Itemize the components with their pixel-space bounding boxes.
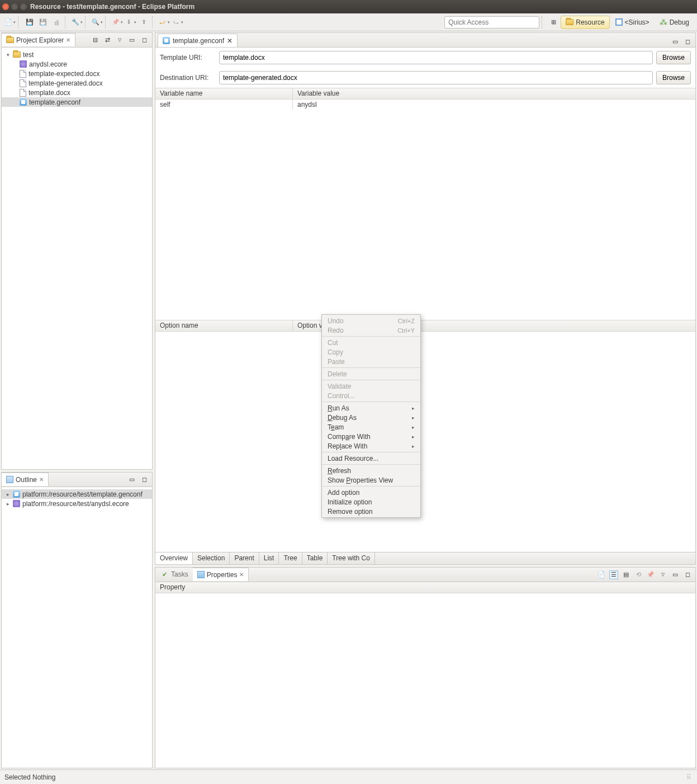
close-icon[interactable]: ✕ [39, 476, 44, 483]
tab-table[interactable]: Table [302, 552, 328, 564]
quick-access-input[interactable] [444, 16, 539, 29]
tree-root[interactable]: ▾ test [2, 50, 152, 59]
toolbar-separator [152, 16, 155, 29]
package-icon [13, 500, 20, 507]
outline-body[interactable]: ▸platform:/resource/test/template.gencon… [2, 487, 152, 768]
ctx-debug-as[interactable]: Debug As [322, 413, 420, 422]
tab-parent[interactable]: Parent [230, 552, 259, 564]
save-all-button[interactable]: 💾 [37, 16, 49, 29]
perspective-resource[interactable]: Resource [561, 16, 609, 29]
window-titlebar: Resource - test/template.genconf - Eclip… [0, 0, 697, 13]
next-annotation-button[interactable]: ⬇▾ [124, 16, 136, 29]
ctx-replace-with[interactable]: Replace With [322, 441, 420, 451]
window-maximize-icon[interactable] [20, 3, 27, 10]
close-icon[interactable]: ✕ [227, 37, 233, 45]
maximize-icon[interactable]: ◻ [140, 475, 149, 484]
tree-item[interactable]: anydsl.ecore [2, 59, 152, 69]
properties-tab[interactable]: Properties ✕ [193, 568, 249, 581]
categories-icon[interactable]: ☰ [609, 570, 618, 579]
outline-tab[interactable]: Outline ✕ [2, 473, 49, 486]
column-header[interactable]: Property [155, 582, 695, 593]
view-menu-icon[interactable]: ▽ [115, 36, 124, 45]
forward-button[interactable]: ⮑▾ [171, 16, 183, 29]
pin-icon[interactable]: 📌 [646, 570, 655, 579]
destination-uri-input[interactable] [219, 71, 653, 84]
tab-tree-with-columns[interactable]: Tree with Co [328, 552, 375, 564]
window-close-icon[interactable] [2, 3, 9, 10]
minimize-icon[interactable]: ▭ [671, 37, 680, 46]
project-explorer-tab[interactable]: Project Explorer ✕ [2, 33, 75, 46]
prev-annotation-button[interactable]: ⬆ [137, 16, 150, 29]
disclosure-open-icon[interactable]: ▾ [5, 52, 11, 58]
tab-selection[interactable]: Selection [193, 552, 230, 564]
ctx-team[interactable]: Team [322, 422, 420, 432]
minimize-icon[interactable]: ▭ [127, 36, 136, 45]
restore-icon[interactable]: ⟲ [634, 570, 643, 579]
tree-item[interactable]: template-generated.docx [2, 78, 152, 88]
disclosure-closed-icon[interactable]: ▸ [5, 492, 11, 497]
maximize-icon[interactable]: ◻ [683, 570, 692, 579]
ctx-show-properties[interactable]: Show Properties View [322, 475, 420, 485]
tree-label: platform:/resource/test/template.genconf [22, 490, 143, 498]
disclosure-closed-icon[interactable]: ▸ [5, 501, 11, 507]
tab-overview[interactable]: Overview [155, 552, 193, 564]
window-minimize-icon[interactable] [11, 3, 18, 10]
outline-item[interactable]: ▸platform:/resource/test/template.gencon… [2, 489, 152, 499]
back-button[interactable]: ⮐▾ [158, 16, 170, 29]
ctx-copy: Copy [322, 347, 420, 357]
search-button[interactable]: 🔍▾ [91, 16, 103, 29]
maximize-icon[interactable]: ◻ [140, 36, 149, 45]
variables-table[interactable]: Variable name Variable value self anydsl [155, 88, 695, 320]
tab-tree[interactable]: Tree [279, 552, 302, 564]
tab-list[interactable]: List [259, 552, 279, 564]
toggle-mark-button[interactable]: 📌▾ [111, 16, 123, 29]
perspective-debug[interactable]: ⁂Debug [655, 16, 694, 29]
ctx-refresh[interactable]: Refresh [322, 466, 420, 475]
minimize-icon[interactable]: ▭ [127, 475, 136, 484]
tree-item[interactable]: template.docx [2, 88, 152, 97]
new-button[interactable]: 📄▾ [3, 16, 16, 29]
tree-label: test [23, 51, 34, 59]
minimize-icon[interactable]: ▭ [671, 570, 680, 579]
tree-item-selected[interactable]: template.genconf [2, 97, 152, 107]
collapse-all-icon[interactable]: ⊟ [91, 36, 99, 45]
project-explorer-body[interactable]: ▾ test anydsl.ecore template-expected.do… [2, 48, 152, 469]
outline-view: Outline ✕ ▭ ◻ ▸platform:/resource/test/t… [1, 472, 153, 768]
ctx-add-option[interactable]: Add option [322, 488, 420, 497]
build-button[interactable]: 🔧▾ [70, 16, 83, 29]
filter-icon[interactable]: ▤ [622, 570, 630, 579]
column-header[interactable]: Variable value [293, 88, 695, 99]
browse-button[interactable]: Browse [656, 51, 691, 64]
column-header[interactable]: Option name [155, 320, 293, 331]
ctx-remove-option[interactable]: Remove option [322, 507, 420, 516]
link-editor-icon[interactable]: ⇄ [103, 36, 112, 45]
tasks-tab[interactable]: ✔ Tasks [155, 568, 193, 581]
perspective-sirius[interactable]: <Sirius> [611, 16, 654, 29]
ctx-load-resource[interactable]: Load Resource... [322, 454, 420, 463]
options-table[interactable]: Option name Option value [155, 320, 695, 552]
table-header: Variable name Variable value [155, 88, 695, 100]
view-menu-icon[interactable]: ▽ [658, 570, 667, 579]
close-icon[interactable]: ✕ [239, 572, 244, 578]
ctx-initialize-option[interactable]: Initialize option [322, 497, 420, 507]
editor-tab[interactable]: template.genconf ✕ [158, 34, 238, 47]
open-perspective-button[interactable]: ⊞ [547, 16, 560, 29]
print-button[interactable]: 🖨 [50, 16, 63, 29]
column-header[interactable]: Variable name [155, 88, 293, 99]
maximize-icon[interactable]: ◻ [683, 37, 692, 46]
table-row[interactable]: self anydsl [155, 100, 695, 110]
new-prop-icon[interactable]: 📄 [597, 570, 606, 579]
resize-grip-icon[interactable]: ⠿ [686, 773, 693, 781]
properties-body[interactable]: Property [155, 582, 695, 768]
browse-button[interactable]: Browse [656, 71, 691, 84]
close-icon[interactable]: ✕ [66, 37, 70, 43]
outline-item[interactable]: ▸platform:/resource/test/anydsl.ecore [2, 499, 152, 508]
ctx-run-as[interactable]: Run As [322, 403, 420, 413]
ctx-validate: Validate [322, 381, 420, 391]
tree-label: template-expected.docx [29, 70, 99, 78]
ctx-compare-with[interactable]: Compare With [322, 432, 420, 441]
destination-uri-label: Destination URI: [160, 74, 216, 82]
save-button[interactable]: 💾 [23, 16, 36, 29]
template-uri-input[interactable] [219, 51, 653, 64]
tree-item[interactable]: template-expected.docx [2, 69, 152, 78]
